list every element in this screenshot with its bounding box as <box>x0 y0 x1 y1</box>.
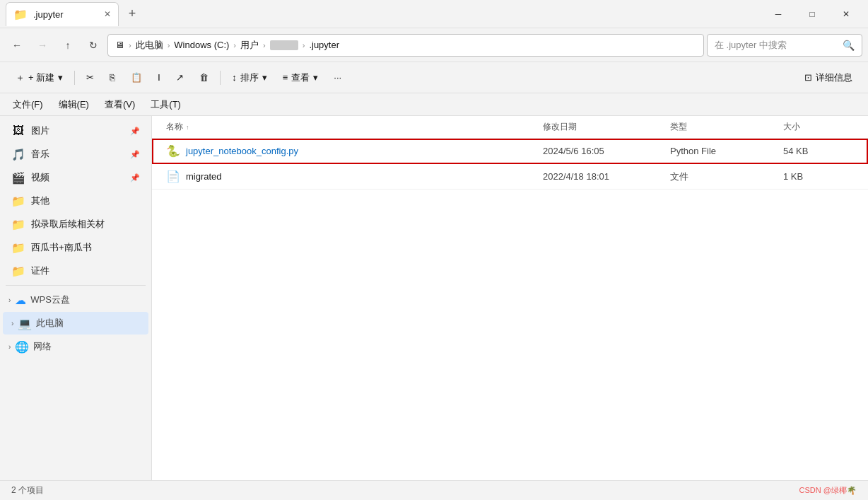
new-tab-button[interactable]: + <box>122 4 143 25</box>
tab-title-text: .jupyter <box>33 9 64 20</box>
sidebar-item-music[interactable]: 🎵 音乐 📌 <box>3 143 148 165</box>
sidebar-watermelon-label: 西瓜书+南瓜书 <box>31 241 140 254</box>
header-name[interactable]: 名称 ↑ <box>166 121 543 133</box>
details-button[interactable]: ⊡ 详细信息 <box>797 66 860 90</box>
sidebar-item-certs[interactable]: 📁 证件 <box>3 260 148 282</box>
sidebar-this-pc-label: 此电脑 <box>36 317 64 330</box>
wps-expand-icon: › <box>8 296 11 304</box>
delete-icon: 🗑 <box>199 72 209 83</box>
file-row[interactable]: 📄 migrated 2022/4/18 18:01 文件 1 KB <box>152 164 868 190</box>
forward-button[interactable]: → <box>31 34 54 57</box>
header-modified[interactable]: 修改日期 <box>543 121 670 133</box>
share-icon: ↗ <box>176 72 184 83</box>
share-button[interactable]: ↗ <box>169 66 191 90</box>
menu-tools[interactable]: 工具(T) <box>143 95 188 114</box>
sidebar-certs-label: 证件 <box>31 264 140 277</box>
file-list-header: 名称 ↑ 修改日期 类型 大小 <box>152 116 868 139</box>
tab-area: 📁 .jupyter ✕ + <box>6 2 762 26</box>
sidebar-videos-label: 视频 <box>31 171 124 184</box>
delete-button[interactable]: 🗑 <box>192 66 216 90</box>
menu-edit[interactable]: 编辑(E) <box>52 95 96 114</box>
sort-icon: ↕ <box>232 72 237 83</box>
paste-icon: 📋 <box>131 72 142 83</box>
address-pc-icon: 🖥 <box>115 40 124 50</box>
tab-folder-icon: 📁 <box>13 8 28 21</box>
close-button[interactable]: ✕ <box>830 3 862 25</box>
title-bar: 📁 .jupyter ✕ + ─ □ ✕ <box>0 0 868 28</box>
file-list: 名称 ↑ 修改日期 类型 大小 🐍 jupyter_notebook_confi… <box>152 116 868 480</box>
paste-button[interactable]: 📋 <box>124 66 149 90</box>
header-size[interactable]: 大小 <box>783 121 854 133</box>
back-button[interactable]: ← <box>6 34 28 57</box>
menu-bar: 文件(F) 编辑(E) 查看(V) 工具(T) <box>0 93 868 116</box>
new-label: + 新建 <box>28 71 54 84</box>
sidebar-divider <box>6 285 146 286</box>
minimize-button[interactable]: ─ <box>762 3 794 25</box>
certs-icon: 📁 <box>11 264 25 278</box>
file-name-cell: 🐍 jupyter_notebook_config.py <box>166 144 543 158</box>
more-button[interactable]: ··· <box>327 66 348 90</box>
file-name: migrated <box>186 171 222 182</box>
menu-view[interactable]: 查看(V) <box>98 95 142 114</box>
music-icon: 🎵 <box>11 148 25 161</box>
toolbar-divider-1 <box>74 71 75 85</box>
sidebar-section-network[interactable]: › 🌐 网络 <box>0 335 151 358</box>
sidebar-item-watermelon[interactable]: 📁 西瓜书+南瓜书 <box>3 236 148 259</box>
sort-button[interactable]: ↕ 排序 ▾ <box>225 66 274 90</box>
new-chevron-icon: ▾ <box>58 72 63 83</box>
videos-pin-icon: 📌 <box>130 173 140 182</box>
python-file-icon: 🐍 <box>166 144 180 158</box>
view-icon: ≡ <box>283 72 288 83</box>
file-modified: 2024/5/6 16:05 <box>543 146 670 156</box>
header-type[interactable]: 类型 <box>670 121 783 133</box>
file-row[interactable]: 🐍 jupyter_notebook_config.py 2024/5/6 16… <box>152 139 868 164</box>
videos-icon: 🎬 <box>11 171 25 185</box>
sidebar-section-this-pc[interactable]: › 💻 此电脑 <box>3 312 148 335</box>
wps-cloud-icon: ☁ <box>15 293 26 307</box>
refresh-button[interactable]: ↻ <box>82 34 105 57</box>
csdn-watermark: CSDN @绿椰🌴 <box>799 485 857 496</box>
sidebar-recordings-label: 拟录取后续相关材 <box>31 218 140 231</box>
sort-arrow-icon: ↑ <box>186 124 189 131</box>
file-name: jupyter_notebook_config.py <box>186 146 298 156</box>
watermelon-icon: 📁 <box>11 241 25 255</box>
address-windows-c[interactable]: Windows (C:) <box>174 40 229 50</box>
active-tab[interactable]: 📁 .jupyter ✕ <box>6 2 119 26</box>
toolbar-divider-2 <box>220 71 221 85</box>
music-pin-icon: 📌 <box>130 150 140 159</box>
rename-button[interactable]: Ⅰ <box>151 66 168 90</box>
toolbar: ＋ + 新建 ▾ ✂ ⎘ 📋 Ⅰ ↗ 🗑 ↕ 排序 ▾ ≡ 查看 ▾ ··· ⊡… <box>0 62 868 93</box>
file-type: Python File <box>670 146 783 156</box>
new-button[interactable]: ＋ + 新建 ▾ <box>8 66 70 90</box>
search-bar[interactable]: 在 .jupyter 中搜索 🔍 <box>707 34 862 57</box>
sort-label: 排序 <box>240 71 259 84</box>
view-chevron: ▾ <box>313 72 318 83</box>
cut-icon: ✂ <box>86 72 94 83</box>
address-users[interactable]: 用户 <box>240 39 259 52</box>
sidebar-section-wps[interactable]: › ☁ WPS云盘 <box>0 289 151 311</box>
this-pc-expand-icon: › <box>11 320 13 327</box>
rename-icon: Ⅰ <box>158 72 160 83</box>
sidebar-item-videos[interactable]: 🎬 视频 📌 <box>3 166 148 189</box>
maximize-button[interactable]: □ <box>796 3 828 25</box>
address-this-pc[interactable]: 此电脑 <box>136 39 163 52</box>
search-text: 在 .jupyter 中搜索 <box>715 39 787 52</box>
cut-button[interactable]: ✂ <box>79 66 101 90</box>
address-bar[interactable]: 🖥 › 此电脑 › Windows (C:) › 用户 › › .jupyter <box>107 34 704 57</box>
address-jupyter[interactable]: .jupyter <box>309 40 339 50</box>
view-button[interactable]: ≡ 查看 ▾ <box>276 66 326 90</box>
details-label: 详细信息 <box>816 71 852 84</box>
sidebar-item-recordings[interactable]: 📁 拟录取后续相关材 <box>3 213 148 236</box>
sidebar-item-other[interactable]: 📁 其他 <box>3 190 148 212</box>
menu-file[interactable]: 文件(F) <box>6 95 50 114</box>
window-controls: ─ □ ✕ <box>762 3 862 25</box>
address-user-folder[interactable] <box>270 40 298 50</box>
up-button[interactable]: ↑ <box>57 34 79 57</box>
sidebar-music-label: 音乐 <box>31 148 124 161</box>
sidebar-item-pictures[interactable]: 🖼 图片 📌 <box>3 120 148 142</box>
network-icon: 🌐 <box>15 340 29 354</box>
copy-button[interactable]: ⎘ <box>102 66 122 90</box>
pictures-pin-icon: 📌 <box>130 127 140 136</box>
tab-close-button[interactable]: ✕ <box>104 9 111 19</box>
file-name-cell: 📄 migrated <box>166 170 543 183</box>
